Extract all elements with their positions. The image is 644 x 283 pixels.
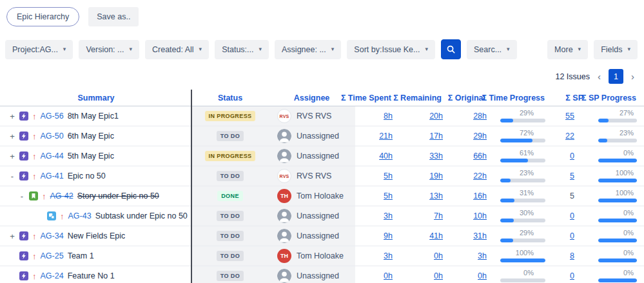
- remaining-link[interactable]: 17h: [429, 132, 443, 141]
- sp-progress-bar: [598, 259, 637, 262]
- filter-created[interactable]: Created: All▾: [145, 40, 209, 59]
- column-header-summary[interactable]: Summary: [0, 90, 192, 106]
- story-points-cell: 0: [552, 226, 591, 246]
- time-spent-link[interactable]: 5h: [384, 191, 393, 200]
- pagination-bar: 12 Issues ‹ 1 ›: [0, 59, 644, 90]
- row-expander-toggle[interactable]: +: [9, 132, 15, 141]
- sp-progress-percent: 0%: [598, 269, 637, 277]
- more-filters-button[interactable]: More▾: [547, 40, 588, 59]
- original-link[interactable]: 22h: [473, 171, 487, 181]
- time-spent-link[interactable]: 9h: [384, 231, 393, 240]
- story-points-value[interactable]: 22: [565, 132, 574, 141]
- time-spent-link[interactable]: 5h: [384, 171, 393, 181]
- remaining-link[interactable]: 20h: [429, 112, 443, 121]
- issue-key-link[interactable]: AG-50: [41, 132, 64, 141]
- original-link[interactable]: 28h: [473, 112, 487, 121]
- remaining-link[interactable]: 0h: [434, 251, 443, 260]
- issue-key-link[interactable]: AG-34: [41, 231, 64, 240]
- filter-project[interactable]: Project:AG...▾: [5, 40, 73, 59]
- issue-count: 12 Issues: [555, 72, 590, 81]
- issue-summary: 6th May Epic: [68, 132, 114, 141]
- row-expander-toggle[interactable]: +: [9, 231, 15, 241]
- original-link[interactable]: 66h: [473, 151, 487, 161]
- time-spent-link[interactable]: 3h: [384, 211, 393, 220]
- current-page-button[interactable]: 1: [609, 69, 623, 84]
- original-link[interactable]: 16h: [473, 191, 487, 200]
- summary-column-divider[interactable]: [191, 90, 192, 283]
- story-points-value[interactable]: 0: [570, 211, 574, 220]
- table-row[interactable]: ↑AG-25Team 1TO DOTHTom Holoake3h0h3h100%…: [0, 246, 644, 266]
- issue-key-link[interactable]: AG-43: [68, 211, 92, 220]
- table-row[interactable]: +↑AG-568th May Epic1IN PROGRESSRVSRVS RV…: [0, 106, 644, 126]
- column-header-time-progress[interactable]: Σ Time Progress: [493, 90, 552, 106]
- sp-progress-cell: 100%: [591, 186, 644, 206]
- prev-page-icon[interactable]: ‹: [596, 72, 603, 81]
- sp-progress-bar: [598, 179, 637, 182]
- filter-project-label: Project:AG...: [12, 45, 58, 54]
- time-spent-link[interactable]: 40h: [379, 151, 393, 161]
- row-expander-toggle[interactable]: -: [19, 191, 25, 201]
- column-header-time-spent[interactable]: Σ Time Spent: [355, 90, 399, 106]
- filter-search[interactable]: Searc...▾: [467, 40, 517, 59]
- sp-progress-cell: 0%: [591, 226, 644, 246]
- row-expander-toggle[interactable]: +: [9, 112, 15, 121]
- column-header-sp-progress[interactable]: Σ SP Progress: [591, 90, 644, 106]
- epic-hierarchy-button[interactable]: Epic Hierarchy: [6, 7, 79, 26]
- time-progress-cell: 29%: [493, 106, 552, 126]
- story-points-value[interactable]: 0: [570, 271, 574, 280]
- original-link[interactable]: 29h: [473, 132, 487, 141]
- sp-progress-percent: 0%: [598, 229, 637, 237]
- table-row[interactable]: -↑AG-42Story under Epic no 50DONETHTom H…: [0, 186, 644, 206]
- issue-key-link[interactable]: AG-41: [41, 171, 64, 181]
- remaining-link[interactable]: 7h: [434, 211, 443, 220]
- remaining-link[interactable]: 0h: [434, 271, 443, 280]
- issue-key-link[interactable]: AG-56: [41, 112, 64, 121]
- story-points-value[interactable]: 5: [570, 171, 574, 181]
- time-spent-link[interactable]: 8h: [384, 112, 393, 121]
- column-header-remaining[interactable]: Σ Remaining: [399, 90, 449, 106]
- time-spent-link[interactable]: 0h: [384, 271, 393, 280]
- sp-progress-bar: [598, 278, 637, 282]
- table-row[interactable]: +↑AG-506th May EpicTO DOUnassigned21h17h…: [0, 126, 644, 146]
- table-body: +↑AG-568th May Epic1IN PROGRESSRVSRVS RV…: [0, 106, 644, 283]
- filter-status[interactable]: Status:...▾: [215, 40, 269, 59]
- table-row[interactable]: -↑AG-41Epic no 50TO DORVSRVS RVS5h19h22h…: [0, 166, 644, 186]
- sp-progress-percent: 100%: [598, 170, 637, 177]
- original-link[interactable]: 31h: [473, 231, 487, 240]
- filter-version[interactable]: Version: ...▾: [79, 40, 139, 59]
- issue-key-link[interactable]: AG-44: [41, 151, 64, 161]
- remaining-link[interactable]: 41h: [429, 231, 443, 240]
- original-link[interactable]: 10h: [473, 211, 487, 220]
- original-link[interactable]: 3h: [478, 251, 487, 260]
- time-progress-bar: [500, 179, 545, 182]
- table-row[interactable]: +↑AG-445th May EpicIN PROGRESSUnassigned…: [0, 146, 644, 166]
- row-expander-toggle[interactable]: -: [9, 171, 15, 181]
- priority-highest-icon: ↑: [60, 211, 64, 221]
- original-link[interactable]: 0h: [478, 271, 487, 280]
- fields-button[interactable]: Fields▾: [594, 40, 638, 59]
- table-row[interactable]: ↑AG-43Subtask under Epic no 50TO DOUnass…: [0, 206, 644, 226]
- column-header-status[interactable]: Status: [192, 90, 268, 106]
- time-spent-link[interactable]: 3h: [384, 251, 393, 260]
- story-points-value[interactable]: 55: [565, 112, 574, 121]
- story-points-cell: 5: [552, 186, 591, 206]
- filter-assignee[interactable]: Assignee: ...▾: [275, 40, 341, 59]
- table-row[interactable]: +↑AG-34New Fields EpicTO DOUnassigned9h4…: [0, 226, 644, 246]
- issue-key-link[interactable]: AG-42: [50, 191, 73, 200]
- remaining-link[interactable]: 13h: [429, 191, 443, 200]
- remaining-link[interactable]: 19h: [429, 171, 443, 181]
- time-spent-link[interactable]: 21h: [379, 132, 393, 141]
- remaining-link[interactable]: 33h: [429, 151, 443, 161]
- story-points-value[interactable]: 8: [570, 251, 574, 260]
- filter-sort-by[interactable]: Sort by:Issue Ke...▾: [347, 40, 435, 59]
- story-points-value[interactable]: 0: [570, 151, 574, 161]
- story-points-value[interactable]: 0: [570, 231, 574, 240]
- issue-key-link[interactable]: AG-25: [41, 251, 64, 260]
- row-expander-toggle[interactable]: +: [9, 151, 15, 161]
- table-row[interactable]: ↑AG-24Feature No 1TO DOUnassigned0h0h0h0…: [0, 266, 644, 283]
- filter-search-label: Searc...: [474, 45, 502, 54]
- issue-key-link[interactable]: AG-24: [41, 271, 64, 280]
- save-as-button[interactable]: Save as..: [88, 7, 139, 26]
- search-button[interactable]: [441, 39, 461, 59]
- next-page-icon[interactable]: ›: [629, 72, 636, 81]
